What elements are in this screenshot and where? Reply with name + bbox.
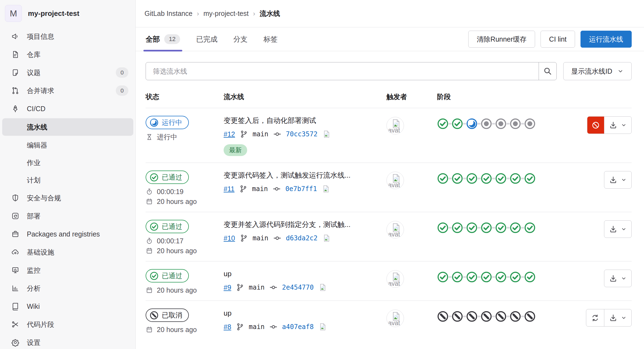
tab-tags[interactable]: 标签 <box>263 27 278 51</box>
branch-link[interactable]: main <box>253 234 268 242</box>
copy-commit-sha-button[interactable] <box>319 322 327 331</box>
status-badge-running[interactable]: 运行中 <box>146 116 189 129</box>
status-badge-passed[interactable]: 已通过 <box>146 171 189 184</box>
sidebar-subitem-pipelines[interactable]: 流水线 <box>2 118 133 136</box>
commit-sha-link[interactable]: a407eaf8 <box>282 323 314 331</box>
sidebar-item-monitor[interactable]: 监控 <box>0 261 135 279</box>
cancel-pipeline-button[interactable] <box>587 117 604 134</box>
status-badge-canceled[interactable]: 已取消 <box>146 308 189 322</box>
stage-icon-canceled[interactable] <box>524 311 536 322</box>
download-artifacts-button[interactable] <box>604 171 631 188</box>
pipeline-filter-input[interactable] <box>146 62 539 80</box>
pipeline-id-link[interactable]: #9 <box>224 284 231 292</box>
project-avatar[interactable]: M <box>5 5 22 22</box>
trigger-avatar[interactable]: avat <box>386 270 404 288</box>
stage-icon-success[interactable] <box>495 173 507 184</box>
stage-icon-created[interactable] <box>495 118 507 129</box>
sidebar-subitem-editor[interactable]: 编辑器 <box>0 136 135 154</box>
stage-icon-success[interactable] <box>437 173 449 184</box>
search-button[interactable] <box>539 62 556 80</box>
branch-link[interactable]: main <box>253 130 268 138</box>
trigger-avatar[interactable]: avat <box>386 117 404 134</box>
pipeline-id-link[interactable]: #8 <box>224 323 231 331</box>
sidebar-item-analytics[interactable]: 分析 <box>0 279 135 297</box>
stage-icon-canceled[interactable] <box>452 311 463 322</box>
stage-icon-success[interactable] <box>452 118 463 129</box>
sidebar-item-issues[interactable]: 议题 0 <box>0 64 135 82</box>
stage-icon-created[interactable] <box>510 118 521 129</box>
stage-icon-success[interactable] <box>510 222 521 233</box>
stage-icon-canceled[interactable] <box>510 311 521 322</box>
commit-sha-link[interactable]: 0e7b7ff1 <box>285 185 317 193</box>
retry-pipeline-button[interactable] <box>586 309 604 326</box>
status-badge-passed[interactable]: 已通过 <box>146 269 189 282</box>
tab-finished[interactable]: 已完成 <box>196 27 217 51</box>
stage-icon-success[interactable] <box>437 222 449 233</box>
tab-branches[interactable]: 分支 <box>233 27 247 51</box>
pipeline-id-link[interactable]: #11 <box>224 185 235 193</box>
branch-link[interactable]: main <box>249 323 265 331</box>
stage-icon-success[interactable] <box>481 222 492 233</box>
commit-sha-link[interactable]: 70cc3572 <box>286 130 318 138</box>
breadcrumb-project[interactable]: my-project-test <box>203 10 249 18</box>
stage-icon-success[interactable] <box>481 173 492 184</box>
sidebar-item-infrastructure[interactable]: 基础设施 <box>0 243 135 261</box>
sidebar-item-merge-requests[interactable]: 合并请求 0 <box>0 82 135 100</box>
stage-icon-created[interactable] <box>481 118 492 129</box>
sidebar-item-deployments[interactable]: 部署 <box>0 207 135 225</box>
sidebar-item-repository[interactable]: 仓库 <box>0 45 135 64</box>
sidebar-item-settings[interactable]: 设置 <box>0 333 135 349</box>
trigger-avatar[interactable]: avat <box>386 172 404 189</box>
trigger-avatar[interactable]: avat <box>386 221 404 238</box>
sidebar-subitem-schedules[interactable]: 计划 <box>0 171 135 189</box>
sidebar-subitem-jobs[interactable]: 作业 <box>0 154 135 171</box>
trigger-avatar[interactable]: avat <box>386 310 404 327</box>
copy-commit-sha-button[interactable] <box>319 283 327 292</box>
stage-icon-success[interactable] <box>452 173 463 184</box>
project-header[interactable]: M my-project-test <box>0 4 135 23</box>
sidebar-item-packages[interactable]: Packages and registries <box>0 225 135 243</box>
sidebar-item-project-info[interactable]: 项目信息 <box>0 27 135 45</box>
commit-sha-link[interactable]: 2e454770 <box>282 284 314 291</box>
copy-commit-sha-button[interactable] <box>322 129 331 139</box>
stage-icon-success[interactable] <box>495 271 507 283</box>
download-artifacts-button[interactable] <box>604 117 631 134</box>
status-badge-passed[interactable]: 已通过 <box>146 220 189 233</box>
ci-lint-button[interactable]: CI lint <box>541 31 575 48</box>
stage-icon-success[interactable] <box>524 222 536 233</box>
stage-icon-success[interactable] <box>437 118 449 129</box>
sidebar-item-snippets[interactable]: 代码片段 <box>0 315 135 333</box>
sidebar-item-cicd[interactable]: CI/CD <box>0 100 135 118</box>
pipeline-id-link[interactable]: #10 <box>224 234 235 242</box>
stage-icon-success[interactable] <box>466 271 478 283</box>
stage-icon-canceled[interactable] <box>481 311 492 322</box>
stage-icon-success[interactable] <box>524 173 536 184</box>
stage-icon-success[interactable] <box>495 222 507 233</box>
clear-runner-cache-button[interactable]: 清除Runner缓存 <box>468 31 535 48</box>
branch-link[interactable]: main <box>249 284 265 291</box>
stage-icon-success[interactable] <box>452 271 463 283</box>
stage-icon-running[interactable] <box>466 118 478 129</box>
stage-icon-success[interactable] <box>452 222 463 233</box>
download-artifacts-button[interactable] <box>604 270 631 287</box>
stage-icon-canceled[interactable] <box>437 311 449 322</box>
copy-commit-sha-button[interactable] <box>322 184 330 194</box>
show-pipeline-id-dropdown[interactable]: 显示流水线ID <box>563 62 632 80</box>
stage-icon-success[interactable] <box>510 271 521 283</box>
stage-icon-success[interactable] <box>466 173 478 184</box>
download-artifacts-button[interactable] <box>604 309 631 326</box>
sidebar-item-wiki[interactable]: Wiki <box>0 297 135 315</box>
stage-icon-canceled[interactable] <box>495 311 507 322</box>
sidebar-item-security[interactable]: 安全与合规 <box>0 189 135 207</box>
commit-sha-link[interactable]: d63da2c2 <box>286 234 318 242</box>
download-artifacts-button[interactable] <box>604 221 631 238</box>
run-pipeline-button[interactable]: 运行流水线 <box>581 31 632 48</box>
branch-link[interactable]: main <box>252 185 268 193</box>
stage-icon-success[interactable] <box>524 271 536 283</box>
stage-icon-created[interactable] <box>524 118 536 129</box>
tab-all[interactable]: 全部 12 <box>146 27 180 51</box>
breadcrumb-gitlab-instance[interactable]: GitLab Instance <box>145 10 192 18</box>
copy-commit-sha-button[interactable] <box>322 233 331 243</box>
stage-icon-success[interactable] <box>466 222 478 233</box>
stage-icon-success[interactable] <box>510 173 521 184</box>
